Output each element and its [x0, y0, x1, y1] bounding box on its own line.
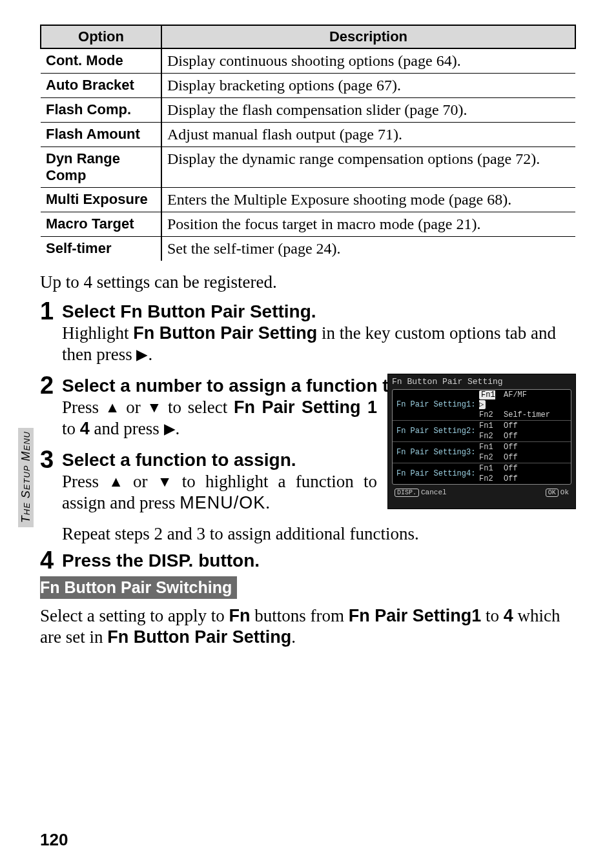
step-1-body-post: .: [148, 345, 152, 364]
ss-row-label: Fn Pair Setting1:: [393, 390, 479, 420]
sec-b3: Fn Button Pair Setting: [107, 627, 291, 647]
table-row: Flash AmountAdjust manual flash output (…: [41, 123, 575, 147]
sec-pre: Select a setting to apply to: [40, 606, 229, 625]
step-1-number: 1: [40, 298, 54, 325]
page-number: 120: [40, 830, 68, 850]
step-4-heading: Press the DISP. button.: [62, 550, 576, 571]
option-desc: Adjust manual flash output (page 71).: [161, 123, 575, 147]
s2-or: or: [119, 398, 147, 417]
down-arrow-icon: ▼: [147, 399, 161, 417]
option-name: Flash Amount: [41, 123, 161, 147]
options-table: Option Description Cont. ModeDisplay con…: [40, 25, 576, 261]
s2-and: and press: [90, 419, 164, 438]
step-1-heading: Select Fn Button Pair Setting.: [62, 301, 576, 322]
s4-pre: Press the: [62, 550, 149, 570]
sec-b2: 4: [504, 606, 513, 625]
option-desc: Display the flash compensation slider (p…: [161, 98, 575, 123]
ss-val2: Off: [504, 432, 571, 441]
option-desc: Display continuous shooting options (pag…: [161, 48, 575, 74]
ss-fn1: Fn1: [479, 421, 504, 430]
repeat-note: Repeat steps 2 and 3 to assign additiona…: [62, 524, 576, 544]
table-row: Multi ExposureEnters the Multiple Exposu…: [41, 188, 575, 212]
ss-row: Fn Pair Setting2:Fn1OffFn2Off: [393, 421, 571, 442]
section-title: Fn Button Pair Switching: [40, 576, 237, 599]
s2-post: .: [176, 419, 180, 438]
down-arrow-icon: ▼: [158, 473, 172, 491]
option-name: Cont. Mode: [41, 48, 161, 74]
option-name: Macro Target: [41, 212, 161, 237]
step-3-body: Press ▲ or ▼ to highlight a function to …: [62, 471, 377, 514]
step-1-head-post: .: [311, 301, 316, 321]
option-desc: Display bracketing options (page 67).: [161, 74, 575, 98]
section-heading-bar: Fn Button Pair Switching: [40, 576, 576, 599]
step-3: 3 Select a function to assign. Press ▲ o…: [62, 450, 576, 514]
fn-label: Fn: [229, 606, 250, 625]
option-desc: Display the dynamic range compensation o…: [161, 147, 575, 188]
s2-bold2: 4: [80, 419, 90, 438]
option-desc: Enters the Multiple Exposure shooting mo…: [161, 188, 575, 212]
right-arrow-icon: ▶: [136, 346, 148, 364]
ss-fn2: Fn2: [479, 410, 504, 419]
step-1-head-pre: Select: [62, 301, 120, 321]
up-arrow-icon: ▲: [108, 473, 123, 491]
section-body: Select a setting to apply to Fn buttons …: [40, 605, 576, 648]
ss-title: Fn Button Pair Setting: [388, 374, 575, 388]
sec-b1: Fn Pair Setting1: [349, 606, 482, 625]
menu-ok-label: MENU/OK: [180, 493, 265, 512]
option-name: Multi Exposure: [41, 188, 161, 212]
ss-val1: Off: [504, 421, 571, 430]
s2-mid: to select: [161, 398, 234, 417]
step-4-number: 4: [40, 547, 54, 574]
table-row: Flash Comp.Display the flash compensatio…: [41, 98, 575, 123]
option-name: Auto Bracket: [41, 74, 161, 98]
ss-fn2: Fn2: [479, 432, 504, 441]
up-arrow-icon: ▲: [105, 399, 120, 417]
table-row: Macro TargetPosition the focus target in…: [41, 212, 575, 237]
option-name: Flash Comp.: [41, 98, 161, 123]
step-1-body-pre: Highlight: [62, 323, 133, 343]
step-2-number: 2: [40, 372, 54, 399]
disp-label: DISP.: [149, 550, 194, 570]
s2-bold1: Fn Pair Setting 1: [234, 398, 377, 417]
step-3-number: 3: [40, 446, 54, 474]
ss-row-label: Fn Pair Setting2:: [393, 421, 479, 441]
sec-post: .: [291, 627, 296, 647]
s2-to: to: [62, 419, 80, 438]
step-1-body: Highlight Fn Button Pair Setting in the …: [62, 323, 576, 365]
option-desc: Position the focus target in macro mode …: [161, 212, 575, 237]
option-name: Dyn Range Comp: [41, 147, 161, 188]
th-option: Option: [41, 25, 161, 48]
ss-val1: AF/MF: [504, 390, 571, 409]
sec-mid: buttons from: [250, 606, 348, 625]
s2-pre: Press: [62, 398, 105, 417]
step-2-body: Press ▲ or ▼ to select Fn Pair Setting 1…: [62, 397, 377, 439]
table-row: Auto BracketDisplay bracketing options (…: [41, 74, 575, 98]
ss-row-values: Fn1OffFn2Off: [479, 421, 571, 441]
th-description: Description: [161, 25, 575, 48]
intro-text: Up to 4 settings can be registered.: [40, 272, 576, 292]
step-2: 2 Select a number to assign a function t…: [62, 376, 576, 439]
s3-pre: Press: [62, 472, 108, 491]
table-row: Cont. ModeDisplay continuous shooting op…: [41, 48, 575, 74]
sidebar-label: The Setup Menu: [19, 431, 35, 523]
right-arrow-icon: ▶: [164, 420, 176, 438]
option-name: Self-timer: [41, 237, 161, 261]
step-4: 4 Press the DISP. button.: [62, 550, 576, 571]
ss-row-values: Fn1 ▷AF/MFFn2Self-timer: [479, 390, 571, 420]
sec-to: to: [481, 606, 504, 625]
table-row: Self-timerSet the self-timer (page 24).: [41, 237, 575, 261]
ss-fn1: Fn1 ▷: [479, 390, 504, 409]
ss-row: Fn Pair Setting1:Fn1 ▷AF/MFFn2Self-timer: [393, 390, 571, 421]
s3-post: .: [265, 493, 270, 512]
step-1: 1 Select Fn Button Pair Setting. Highlig…: [62, 301, 576, 365]
s3-or: or: [123, 472, 158, 491]
ss-val2: Self-timer: [504, 410, 571, 419]
step-1-body-bold: Fn Button Pair Setting: [133, 323, 317, 343]
step-1-head-bold: Fn Button Pair Setting: [120, 301, 311, 321]
step-3-heading: Select a function to assign.: [62, 450, 377, 470]
option-desc: Set the self-timer (page 24).: [161, 237, 575, 261]
table-row: Dyn Range CompDisplay the dynamic range …: [41, 147, 575, 188]
s4-post: button.: [193, 550, 260, 570]
